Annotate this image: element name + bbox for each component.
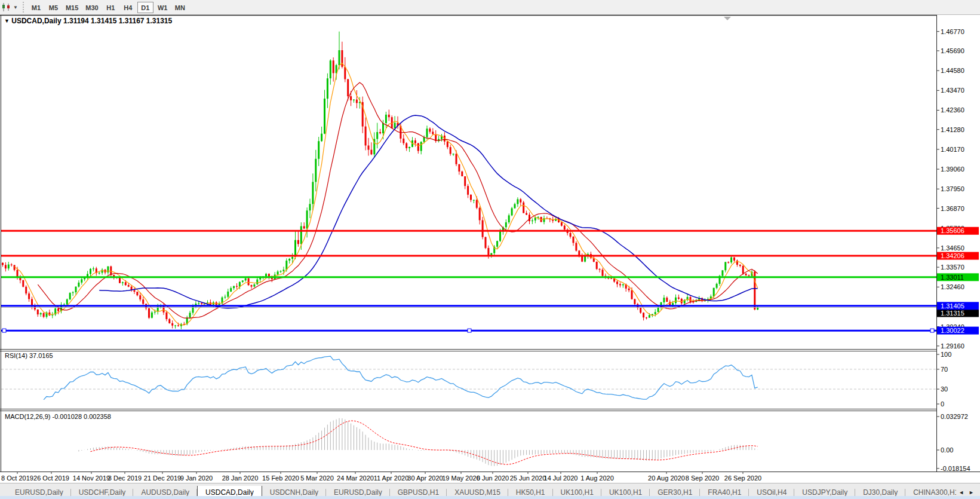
symbol-title: USDCAD,Daily [11, 17, 61, 25]
candle-body [534, 218, 536, 221]
chevron-down-icon[interactable]: ▼ [13, 5, 18, 10]
candle-body [429, 128, 431, 131]
candle-body [102, 270, 103, 273]
hline-price-text: 1.33011 [941, 274, 964, 281]
candle-body [339, 50, 340, 65]
chart-canvas[interactable]: 1.467701.456901.445801.434701.423601.412… [0, 15, 980, 483]
candle-body [532, 221, 533, 221]
hline-handle[interactable] [468, 329, 471, 332]
hline-handle[interactable] [2, 329, 6, 332]
candle-body [464, 176, 466, 186]
candle-body [119, 278, 121, 283]
candle-body [450, 147, 451, 154]
macd-signal-line [91, 421, 758, 464]
candle-body [663, 298, 665, 302]
price-tick-label: 1.45690 [941, 47, 964, 54]
timeframe-button-h4[interactable]: H4 [120, 2, 136, 13]
candle-body [385, 115, 387, 123]
chart-menu-icon[interactable]: ▼ [4, 18, 10, 24]
candle-body [177, 325, 179, 326]
candle-body [139, 295, 141, 299]
hline-handle[interactable] [930, 329, 934, 332]
candle-body [128, 285, 130, 287]
candle-body [573, 237, 575, 243]
chart-periods-icon[interactable] [1, 2, 12, 13]
candle-body [168, 319, 170, 323]
candle-body [382, 123, 384, 133]
candle-body [523, 203, 524, 213]
candle-body [288, 259, 290, 261]
candle-body [724, 262, 726, 270]
hline-price-text: 1.34206 [941, 252, 964, 259]
candle-body [72, 292, 74, 293]
timeframe-button-mn[interactable]: MN [172, 2, 188, 13]
candle-body [125, 282, 127, 285]
candle-body [426, 128, 428, 137]
candle-body [602, 270, 604, 275]
price-tick-label: 1.39060 [941, 166, 964, 173]
rsi-tick-label: 100 [941, 351, 951, 358]
date-tick-label: 3 Dec 2019 [108, 474, 142, 482]
timeframe-button-w1[interactable]: W1 [155, 2, 171, 13]
candle-body [403, 139, 404, 143]
candle-body [757, 307, 758, 310]
candle-body [248, 278, 250, 285]
candle-body [721, 270, 723, 275]
candle-body [5, 265, 7, 268]
current-price-text: 1.31315 [941, 310, 964, 317]
date-tick-label: 24 Mar 2020 [337, 474, 374, 482]
candle-body [414, 140, 416, 143]
candle-body [432, 131, 434, 134]
rsi-line [44, 356, 758, 400]
chart-tab-bar: EURUSD,DailyUSDCHF,DailyAUDUSD,DailyUSDC… [0, 483, 980, 499]
price-tick-label: 1.44580 [941, 67, 964, 74]
date-tick-label: 26 Sep 2020 [724, 474, 761, 482]
candle-body [201, 303, 202, 304]
candle-body [324, 99, 325, 134]
timeframe-button-m30[interactable]: M30 [82, 2, 101, 13]
candle-body [408, 147, 410, 148]
candle-body [136, 292, 138, 295]
price-tick-label: 1.36870 [941, 205, 964, 212]
candle-body [230, 288, 232, 292]
candle-body [110, 267, 112, 275]
candle-body [306, 210, 308, 228]
candle-body [28, 293, 30, 299]
date-tick-label: 30 Apr 2020 [407, 474, 443, 482]
candle-body [297, 240, 299, 244]
candle-body [321, 134, 322, 142]
timeframe-button-m5[interactable]: M5 [45, 2, 62, 13]
tabs-scroll-right-icon[interactable]: ► [969, 489, 974, 495]
candle-body [365, 127, 367, 146]
hline-price-text: 1.30022 [941, 327, 964, 334]
tabs-scroll-left-icon[interactable]: ◄ [959, 489, 964, 495]
candle-body [330, 60, 331, 78]
macd-indicator-label: MACD(12,26,9) -0.001028 0.002358 [5, 413, 111, 420]
timeframe-button-m15[interactable]: M15 [63, 2, 81, 13]
candle-body [163, 306, 165, 313]
timeframe-button-m1[interactable]: M1 [28, 2, 44, 13]
candle-body [265, 274, 267, 276]
price-tick-label: 1.29160 [941, 342, 964, 350]
candle-body [347, 79, 349, 96]
candle-body [251, 285, 253, 286]
candle-body [34, 307, 36, 310]
candle-body [242, 280, 244, 281]
candle-body [69, 293, 71, 299]
timeframe-button-d1[interactable]: D1 [137, 2, 153, 13]
candle-body [303, 226, 305, 228]
candle-body [739, 265, 741, 266]
candle-body [90, 269, 91, 274]
timeframe-button-h1[interactable]: H1 [103, 2, 119, 13]
candle-body [256, 280, 258, 284]
candle-body [233, 286, 235, 289]
candle-body [748, 275, 750, 276]
candle-body [678, 298, 680, 299]
candle-body [561, 222, 563, 226]
candle-body [282, 270, 284, 271]
candle-body [107, 267, 109, 273]
toolbar-grip[interactable] [23, 2, 24, 13]
candle-body [666, 298, 668, 302]
chart-shift-marker[interactable] [724, 17, 731, 20]
candle-body [294, 240, 296, 257]
